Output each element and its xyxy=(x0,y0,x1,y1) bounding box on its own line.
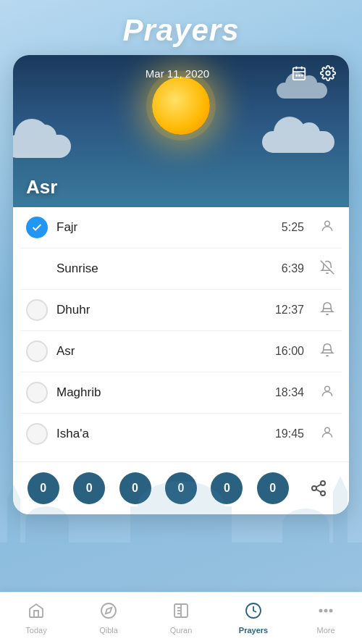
svg-line-29 xyxy=(316,490,321,493)
svg-point-24 xyxy=(325,386,330,391)
svg-point-26 xyxy=(321,481,325,485)
prayer-bell-dhuhr[interactable] xyxy=(319,301,336,319)
prayer-name-dhuhr: Dhuhr xyxy=(56,303,266,317)
svg-rect-17 xyxy=(298,75,300,77)
prayer-row-ishaa: Isha'a 19:45 xyxy=(20,414,342,454)
clock-icon xyxy=(245,602,262,624)
prayer-time-maghrib: 18:34 xyxy=(275,386,304,399)
prayer-row-dhuhr: Dhuhr 12:37 xyxy=(20,290,342,331)
share-icon xyxy=(310,480,327,497)
bell-muted-icon-dhuhr xyxy=(320,301,334,316)
tasbih-row: 0 0 0 0 0 0 xyxy=(13,461,349,514)
page-title: Prayers xyxy=(0,0,362,55)
nav-item-more[interactable]: More xyxy=(290,596,362,640)
svg-rect-12 xyxy=(293,68,306,80)
tasbih-btn-3[interactable]: 0 xyxy=(119,472,151,504)
nav-item-quran[interactable]: Quran xyxy=(145,596,217,640)
tasbih-btn-2[interactable]: 0 xyxy=(73,472,105,504)
prayer-bell-ishaa[interactable] xyxy=(319,425,336,443)
prayer-name-maghrib: Maghrib xyxy=(56,385,266,400)
cloud-right xyxy=(262,131,334,153)
prayer-row-maghrib: Maghrib 18:34 xyxy=(20,372,342,414)
svg-rect-18 xyxy=(301,75,303,77)
svg-point-39 xyxy=(320,610,322,612)
prayer-time-dhuhr: 12:37 xyxy=(275,304,304,317)
compass-icon xyxy=(100,602,117,624)
cloud-left xyxy=(13,135,71,158)
svg-line-30 xyxy=(316,485,321,488)
prayer-name-sunrise: Sunrise xyxy=(56,262,273,276)
check-icon xyxy=(31,222,43,233)
nav-label-quran: Quran xyxy=(170,626,193,635)
svg-point-28 xyxy=(321,491,325,495)
nav-label-more: More xyxy=(316,626,334,635)
prayer-bell-maghrib[interactable] xyxy=(319,384,336,402)
nav-item-prayers[interactable]: Prayers xyxy=(217,596,290,640)
calendar-button[interactable] xyxy=(288,62,310,84)
prayer-name-fajr: Fajr xyxy=(56,220,273,235)
nav-label-prayers: Prayers xyxy=(239,626,268,635)
prayer-bell-sunrise[interactable] xyxy=(319,260,336,278)
calendar-icon xyxy=(291,65,307,81)
svg-marker-32 xyxy=(106,608,111,614)
person-icon-ishaa xyxy=(320,425,334,440)
prayer-check-dhuhr[interactable] xyxy=(26,299,48,321)
prayer-check-asr[interactable] xyxy=(26,340,48,362)
svg-rect-6 xyxy=(130,506,232,564)
more-dots-icon xyxy=(317,602,334,624)
card-header: Mar 11, 2020 xyxy=(13,55,349,207)
tasbih-btn-6[interactable]: 0 xyxy=(257,472,289,504)
main-card: Mar 11, 2020 xyxy=(13,55,349,514)
prayer-check-ishaa[interactable] xyxy=(26,423,48,445)
svg-point-25 xyxy=(325,427,330,432)
svg-line-21 xyxy=(321,260,334,273)
bell-muted-icon-asr xyxy=(320,343,334,357)
svg-rect-16 xyxy=(295,75,298,77)
prayer-check-fajr[interactable] xyxy=(26,217,48,238)
prayer-check-maghrib[interactable] xyxy=(26,382,48,403)
nav-item-today[interactable]: Today xyxy=(0,596,72,640)
svg-point-31 xyxy=(101,603,116,618)
svg-point-19 xyxy=(326,71,330,75)
nav-label-qibla: Qibla xyxy=(99,626,118,635)
prayer-time-ishaa: 19:45 xyxy=(275,427,304,440)
prayer-name-ishaa: Isha'a xyxy=(56,427,266,441)
tasbih-btn-5[interactable]: 0 xyxy=(211,472,243,504)
prayer-row-asr: Asr 16:00 xyxy=(20,331,342,372)
current-prayer-label: Asr xyxy=(26,176,57,198)
svg-point-27 xyxy=(312,486,316,490)
person-icon-maghrib xyxy=(320,384,334,398)
prayer-bell-fajr[interactable] xyxy=(319,219,336,237)
prayer-row-fajr: Fajr 5:25 xyxy=(20,207,342,248)
nav-item-qibla[interactable]: Qibla xyxy=(72,596,145,640)
bell-off-icon-sunrise xyxy=(320,260,334,275)
header-date: Mar 11, 2020 xyxy=(67,67,288,80)
tasbih-btn-1[interactable]: 0 xyxy=(28,472,59,504)
home-icon xyxy=(28,602,45,624)
settings-icon xyxy=(320,65,336,81)
nav-label-today: Today xyxy=(25,626,46,635)
bottom-nav: Today Qibla Quran xyxy=(0,592,362,644)
svg-point-20 xyxy=(325,221,330,226)
svg-rect-4 xyxy=(25,521,69,557)
share-button[interactable] xyxy=(303,472,334,504)
prayer-row-sunrise: Sunrise 6:39 xyxy=(20,248,342,290)
prayer-check-sunrise xyxy=(26,258,48,280)
prayer-time-sunrise: 6:39 xyxy=(282,262,304,275)
prayer-time-fajr: 5:25 xyxy=(282,221,304,234)
prayer-list: Fajr 5:25 Sunrise 6:39 xyxy=(13,207,349,461)
svg-point-40 xyxy=(325,610,327,612)
tasbih-btn-4[interactable]: 0 xyxy=(165,472,197,504)
prayer-bell-asr[interactable] xyxy=(319,343,336,361)
svg-point-41 xyxy=(330,610,332,612)
prayer-time-asr: 16:00 xyxy=(275,345,304,358)
prayer-name-asr: Asr xyxy=(56,344,266,359)
svg-rect-10 xyxy=(282,524,329,564)
settings-button[interactable] xyxy=(317,62,339,84)
book-icon xyxy=(172,602,190,624)
person-icon-fajr xyxy=(320,219,334,233)
